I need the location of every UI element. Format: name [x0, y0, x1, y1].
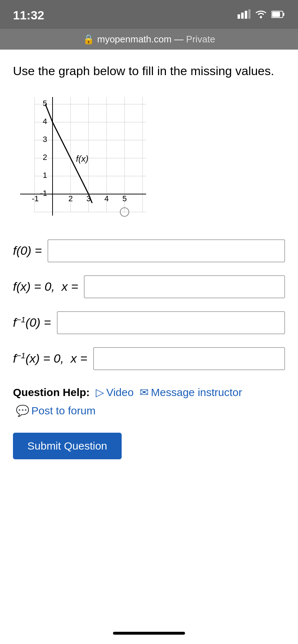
- forum-icon: 💬: [16, 402, 29, 419]
- form-row-finv0: f−1(0) =: [13, 311, 285, 334]
- svg-text:1: 1: [43, 171, 47, 180]
- video-icon: ▷: [96, 384, 104, 401]
- wifi-icon: [255, 9, 267, 21]
- svg-text:4: 4: [43, 117, 47, 126]
- svg-text:5: 5: [122, 194, 127, 203]
- battery-icon: [271, 9, 285, 21]
- label-finv0: f−1(0) =: [13, 315, 51, 330]
- submit-button[interactable]: Submit Question: [13, 433, 122, 459]
- form-row-fx0: f(x) = 0, x =: [13, 275, 285, 298]
- form-row-f0: f(0) =: [13, 239, 285, 262]
- input-finv0[interactable]: [57, 311, 285, 334]
- input-f0[interactable]: [48, 239, 285, 262]
- graph-svg: -1 2 3 4 5 -1 1 2 3 4 5 f(x): [13, 90, 150, 226]
- form-row-finvx0: f−1(x) = 0, x =: [13, 347, 285, 370]
- svg-point-4: [260, 16, 262, 18]
- post-to-forum-link[interactable]: 💬 Post to forum: [16, 402, 95, 419]
- main-content: Use the graph below to fill in the missi…: [0, 50, 298, 481]
- label-f0: f(0) =: [13, 244, 42, 258]
- label-finvx0: f−1(x) = 0, x =: [13, 351, 87, 365]
- status-icons: [238, 9, 285, 21]
- svg-text:2: 2: [43, 153, 47, 162]
- svg-rect-3: [248, 9, 250, 19]
- browser-url: myopenmath.com — Private: [97, 34, 215, 45]
- svg-text:-1: -1: [40, 189, 47, 198]
- help-label: Question Help:: [13, 386, 90, 398]
- browser-bar: 🔒 myopenmath.com — Private: [0, 29, 298, 50]
- input-finvx0[interactable]: [93, 347, 285, 370]
- video-link[interactable]: ▷ Video: [96, 384, 134, 401]
- svg-rect-7: [272, 12, 280, 17]
- label-fx0: f(x) = 0, x =: [13, 280, 78, 294]
- graph-container: -1 2 3 4 5 -1 1 2 3 4 5 f(x): [13, 90, 150, 226]
- envelope-icon: ✉: [140, 384, 149, 401]
- status-bar: 11:32: [0, 0, 298, 29]
- lock-icon: 🔒: [83, 34, 94, 45]
- svg-text:f(x): f(x): [76, 154, 89, 164]
- svg-rect-1: [241, 13, 244, 19]
- svg-text:3: 3: [43, 135, 47, 144]
- svg-rect-0: [238, 14, 240, 19]
- message-instructor-link[interactable]: ✉ Message instructor: [140, 384, 242, 401]
- home-indicator: [113, 632, 185, 635]
- svg-rect-6: [283, 13, 284, 16]
- signal-icon: [238, 9, 250, 21]
- svg-rect-2: [245, 11, 247, 19]
- status-time: 11:32: [13, 8, 44, 22]
- svg-text:-1: -1: [32, 194, 39, 203]
- input-fx0[interactable]: [84, 275, 285, 298]
- submit-section: Submit Question: [13, 433, 285, 459]
- question-help: Question Help: ▷ Video ✉ Message instruc…: [13, 383, 285, 420]
- svg-text:4: 4: [104, 194, 109, 203]
- question-title: Use the graph below to fill in the missi…: [13, 63, 285, 80]
- bottom-bar: [0, 622, 298, 644]
- svg-text:2: 2: [68, 194, 73, 203]
